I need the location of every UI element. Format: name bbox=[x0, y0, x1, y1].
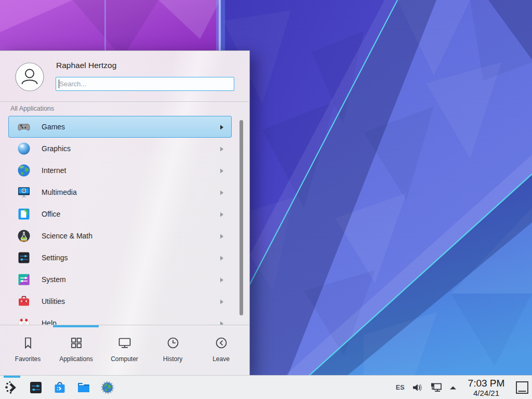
digital-clock[interactable]: 7:03 PM 4/24/21 bbox=[464, 378, 509, 397]
category-label: Office bbox=[42, 210, 60, 218]
chevron-right-icon bbox=[220, 321, 224, 325]
tab-label: Applications bbox=[59, 355, 93, 363]
search-input[interactable] bbox=[56, 77, 234, 91]
settings-sliders-icon bbox=[28, 380, 44, 395]
chevron-right-icon bbox=[220, 125, 224, 130]
show-desktop-button[interactable] bbox=[515, 381, 529, 394]
utilities-icon bbox=[17, 294, 31, 309]
show-desktop-icon bbox=[515, 381, 529, 394]
chevron-right-icon bbox=[220, 147, 224, 152]
tab-label: Favorites bbox=[15, 355, 41, 363]
discover-button[interactable] bbox=[48, 376, 72, 399]
file-manager-button[interactable] bbox=[72, 376, 96, 399]
list-scrollbar[interactable] bbox=[240, 120, 243, 315]
computer-icon bbox=[117, 335, 132, 351]
user-name: Raphael Hertzog bbox=[56, 61, 116, 70]
category-system[interactable]: System bbox=[8, 269, 232, 290]
tab-label: History bbox=[163, 355, 182, 363]
web-browser-button[interactable] bbox=[96, 376, 119, 399]
wired-network-icon bbox=[430, 381, 442, 394]
category-games[interactable]: Games bbox=[8, 116, 232, 138]
category-list: Games Graphics Internet bbox=[0, 116, 250, 325]
chevron-right-icon bbox=[220, 277, 224, 283]
taskbar-panel: ES 7:03 PM 4/24/21 bbox=[0, 375, 532, 399]
discover-bag-icon bbox=[52, 380, 68, 395]
active-launcher-indicator bbox=[4, 376, 20, 378]
category-graphics[interactable]: Graphics bbox=[8, 138, 232, 159]
tab-favorites[interactable]: Favorites bbox=[4, 326, 52, 376]
office-icon bbox=[17, 207, 31, 221]
tab-label: Computer bbox=[111, 355, 138, 363]
category-office[interactable]: Office bbox=[8, 203, 232, 225]
category-internet[interactable]: Internet bbox=[8, 159, 232, 181]
chevron-right-icon bbox=[220, 256, 224, 261]
science-math-icon bbox=[17, 229, 31, 243]
internet-icon bbox=[17, 163, 31, 178]
category-label: Internet bbox=[42, 166, 66, 175]
chevron-right-icon bbox=[220, 190, 224, 195]
network-button[interactable] bbox=[430, 381, 442, 394]
tab-history[interactable]: History bbox=[149, 326, 197, 376]
header-separator bbox=[0, 101, 250, 102]
folder-icon bbox=[76, 380, 91, 395]
multimedia-icon bbox=[17, 185, 31, 200]
search-field-wrap bbox=[56, 77, 234, 91]
user-avatar-icon bbox=[15, 62, 44, 91]
category-label: Help bbox=[42, 319, 57, 325]
favorites-icon bbox=[20, 335, 36, 351]
system-tray: ES 7:03 PM 4/24/21 bbox=[396, 376, 529, 399]
clock-date: 4/24/21 bbox=[473, 389, 499, 397]
tabbar-separator bbox=[0, 325, 250, 325]
taskbar-launchers bbox=[0, 376, 119, 399]
expand-tray-icon bbox=[449, 384, 457, 391]
games-icon bbox=[17, 119, 31, 134]
leave-icon bbox=[214, 335, 229, 351]
application-launcher-menu: Raphael Hertzog All Applications Games bbox=[0, 50, 250, 375]
tab-applications[interactable]: Applications bbox=[52, 326, 100, 376]
history-icon bbox=[165, 335, 181, 351]
tab-leave[interactable]: Leave bbox=[197, 326, 245, 376]
clock-time: 7:03 PM bbox=[468, 378, 505, 388]
system-icon bbox=[17, 272, 31, 287]
tab-computer[interactable]: Computer bbox=[100, 326, 149, 376]
kde-launcher-icon bbox=[4, 380, 20, 395]
applications-icon bbox=[69, 335, 84, 351]
text-caret bbox=[59, 79, 59, 88]
category-science-math[interactable]: Science & Math bbox=[8, 225, 232, 247]
category-multimedia[interactable]: Multimedia bbox=[8, 181, 232, 203]
graphics-icon bbox=[17, 141, 31, 156]
category-label: Multimedia bbox=[42, 188, 77, 196]
settings-icon bbox=[17, 250, 31, 265]
keyboard-layout-indicator[interactable]: ES bbox=[396, 384, 405, 391]
category-label: Utilities bbox=[42, 297, 65, 305]
category-label: System bbox=[42, 275, 66, 284]
section-label: All Applications bbox=[10, 105, 54, 112]
category-label: Science & Math bbox=[42, 232, 92, 240]
chevron-right-icon bbox=[220, 212, 224, 217]
tab-label: Leave bbox=[212, 355, 230, 363]
expand-tray-button[interactable] bbox=[449, 384, 457, 391]
chevron-right-icon bbox=[220, 299, 224, 304]
category-utilities[interactable]: Utilities bbox=[8, 290, 232, 312]
category-label: Settings bbox=[42, 254, 68, 262]
avatar[interactable] bbox=[15, 62, 44, 91]
menu-header: Raphael Hertzog bbox=[0, 51, 249, 101]
application-launcher-button[interactable] bbox=[0, 376, 24, 399]
category-settings[interactable]: Settings bbox=[8, 247, 232, 269]
category-label: Graphics bbox=[42, 144, 71, 153]
volume-button[interactable] bbox=[411, 382, 423, 393]
menu-tabbar: Favorites Applications Computer bbox=[0, 326, 250, 376]
volume-icon bbox=[411, 382, 423, 393]
chevron-right-icon bbox=[220, 168, 224, 174]
category-label: Games bbox=[42, 123, 65, 131]
help-icon bbox=[17, 316, 31, 325]
category-help[interactable]: Help bbox=[8, 312, 232, 325]
chevron-right-icon bbox=[220, 234, 224, 239]
system-settings-button[interactable] bbox=[24, 376, 48, 399]
globe-gear-icon bbox=[100, 380, 115, 395]
